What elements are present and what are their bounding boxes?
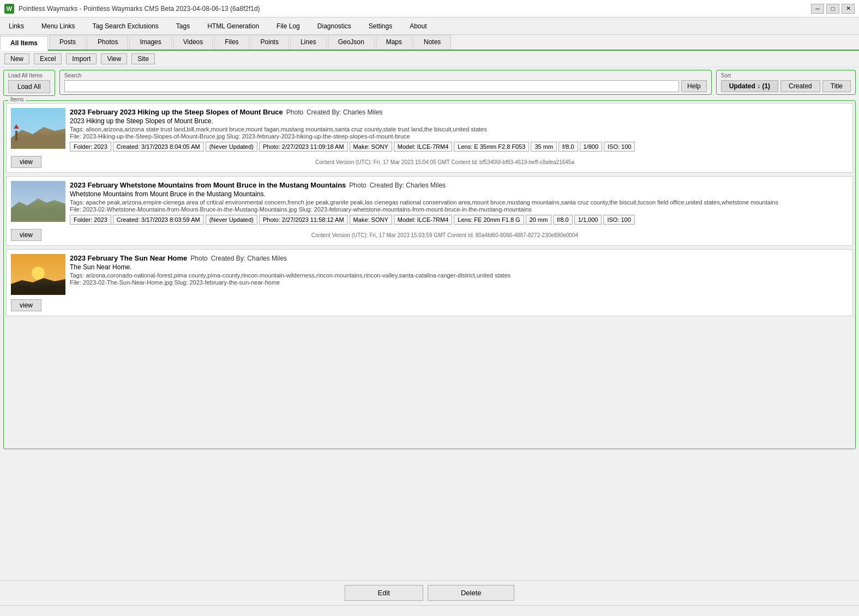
content-version: Content Version (UTC): Fri, 17 Mar 2023 … <box>41 159 848 165</box>
site-button[interactable]: Site <box>131 53 155 64</box>
menu-item-diagnostics[interactable]: Diagnostics <box>309 17 360 34</box>
maximize-button[interactable]: □ <box>826 4 839 14</box>
list-item: 1/1,000 <box>574 215 602 225</box>
menu-item-html-generation[interactable]: HTML Generation <box>199 17 268 34</box>
tab-photos[interactable]: Photos <box>87 35 128 50</box>
item-description: 2023 Hiking up the Steep Slopes of Mount… <box>70 117 848 125</box>
import-button[interactable]: Import <box>66 53 97 64</box>
menu-item-about[interactable]: About <box>401 17 435 34</box>
view-button[interactable]: view <box>11 156 41 168</box>
list-item: Model: ILCE-7RM4 <box>394 142 453 152</box>
load-all-label: Load All Items <box>8 73 50 78</box>
search-group: Search Help <box>59 70 712 95</box>
minimize-button[interactable]: ─ <box>811 4 824 14</box>
view-button[interactable]: View <box>101 53 127 64</box>
list-item: Lens: FE 20mm F1.8 G <box>454 215 524 225</box>
list-item: 35 mm <box>531 142 557 152</box>
table-row: 2023 February The Sun Near HomePhotoCrea… <box>6 249 853 316</box>
menu-item-file-log[interactable]: File Log <box>268 17 309 34</box>
svg-point-9 <box>32 267 45 280</box>
list-item: Make: SONY <box>350 142 392 152</box>
list-item: ISO: 100 <box>604 142 635 152</box>
tab-images[interactable]: Images <box>129 35 171 50</box>
load-all-button[interactable]: Load All <box>8 80 50 93</box>
sort-button-title[interactable]: Title <box>822 80 851 92</box>
menu-item-links[interactable]: Links <box>0 17 33 34</box>
sort-label: Sort <box>721 73 851 78</box>
item-tags: Tags: apache peak,arizona,empire-cienega… <box>70 199 848 206</box>
action-bar: Edit Delete <box>0 580 859 605</box>
tab-all-items[interactable]: All Items <box>0 36 48 51</box>
list-item: Folder: 2023 <box>70 215 111 225</box>
item-type: Photo <box>190 255 207 262</box>
list-item: ISO: 100 <box>603 215 634 225</box>
title-bar-controls: ─ □ ✕ <box>811 4 855 14</box>
view-button[interactable]: view <box>11 229 41 241</box>
table-row: 2023 February Whetstone Mountains from M… <box>6 176 853 246</box>
item-thumbnail <box>11 108 65 149</box>
tabs-row: All ItemsPostsPhotosImagesVideosFilesPoi… <box>0 35 859 51</box>
new-button[interactable]: New <box>4 53 29 64</box>
tab-files[interactable]: Files <box>214 35 249 50</box>
menu-item-menu-links[interactable]: Menu Links <box>33 17 83 34</box>
item-creator: Created By: Charles Miles <box>370 182 446 189</box>
sort-button-created[interactable]: Created <box>780 80 820 92</box>
list-item: 20 mm <box>526 215 552 225</box>
item-creator: Created By: Charles Miles <box>211 255 287 262</box>
list-item: Folder: 2023 <box>70 142 111 152</box>
list-item: Created: 3/17/2023 8:04:05 AM <box>113 142 204 152</box>
list-item: 1/800 <box>580 142 603 152</box>
tab-maps[interactable]: Maps <box>376 35 412 50</box>
list-item: Lens: E 35mm F2.8 F053 <box>454 142 529 152</box>
item-file: File: 2023-Hiking-up-the-Steep-Slopes-of… <box>70 133 848 140</box>
tab-lines[interactable]: Lines <box>290 35 327 50</box>
delete-button[interactable]: Delete <box>428 585 515 601</box>
item-title: 2023 February 2023 Hiking up the Steep S… <box>70 108 283 116</box>
controls-row: Load All Items Load All Search Help Sort… <box>0 68 859 98</box>
item-badges: Folder: 2023Created: 3/17/2023 8:04:05 A… <box>70 142 848 152</box>
items-group: Items 2023 February 2023 Hiking up the S… <box>3 100 856 449</box>
item-tags: Tags: arizona,coronado-national-forest,p… <box>70 272 848 279</box>
item-bottom-row: view <box>11 299 848 311</box>
search-label: Search <box>64 73 707 78</box>
content-version: Content Version (UTC): Fri, 17 Mar 2023 … <box>41 232 848 238</box>
menu-item-tag-search-exclusions[interactable]: Tag Search Exclusions <box>83 17 167 34</box>
load-all-group: Load All Items Load All <box>3 70 55 96</box>
list-item: Created: 3/17/2023 8:03:59 AM <box>113 215 204 225</box>
search-input[interactable] <box>64 80 679 92</box>
excel-button[interactable]: Excel <box>34 53 62 64</box>
edit-button[interactable]: Edit <box>345 585 423 601</box>
item-file: File: 2023-02-The-Sun-Near-Home.jpg Slug… <box>70 279 848 286</box>
search-inner: Help <box>64 80 707 92</box>
app-icon: W <box>4 4 14 14</box>
tab-notes[interactable]: Notes <box>413 35 451 50</box>
view-button[interactable]: view <box>11 299 41 311</box>
tab-geojson[interactable]: GeoJson <box>328 35 375 50</box>
tab-points[interactable]: Points <box>250 35 289 50</box>
item-description: Whetstone Mountains from Mount Bruce in … <box>70 190 848 198</box>
menu-item-tags[interactable]: Tags <box>167 17 199 34</box>
close-button[interactable]: ✕ <box>842 4 855 14</box>
list-item: (Never Updated) <box>206 142 257 152</box>
list-item: Photo: 2/27/2023 11:58:12 AM <box>259 215 348 225</box>
sort-group: Sort Updated ↓ (1)CreatedTitle <box>716 70 856 95</box>
sort-inner: Updated ↓ (1)CreatedTitle <box>721 80 851 92</box>
svg-rect-3 <box>15 131 17 141</box>
item-tags: Tags: alison,arizona,arizona state trust… <box>70 126 848 132</box>
tab-posts[interactable]: Posts <box>49 35 86 50</box>
item-type: Photo <box>286 108 303 116</box>
help-button[interactable]: Help <box>681 80 707 92</box>
menu-bar: LinksMenu LinksTag Search ExclusionsTags… <box>0 17 859 35</box>
items-label: Items <box>8 96 26 102</box>
tab-videos[interactable]: Videos <box>173 35 213 50</box>
item-title: 2023 February The Sun Near Home <box>70 254 187 262</box>
item-bottom-row: viewContent Version (UTC): Fri, 17 Mar 2… <box>11 156 848 168</box>
title-bar: W Pointless Waymarks - Pointless Waymark… <box>0 0 859 17</box>
list-item: Model: ILCE-7RM4 <box>394 215 453 225</box>
menu-item-settings[interactable]: Settings <box>360 17 401 34</box>
sort-button-updated[interactable]: Updated ↓ (1) <box>721 80 778 92</box>
item-creator: Created By: Charles Miles <box>307 108 382 116</box>
item-bottom-row: viewContent Version (UTC): Fri, 17 Mar 2… <box>11 229 848 241</box>
items-scroll[interactable]: 2023 February 2023 Hiking up the Steep S… <box>6 103 853 446</box>
title-bar-text: Pointless Waymarks - Pointless Waymarks … <box>19 5 260 13</box>
